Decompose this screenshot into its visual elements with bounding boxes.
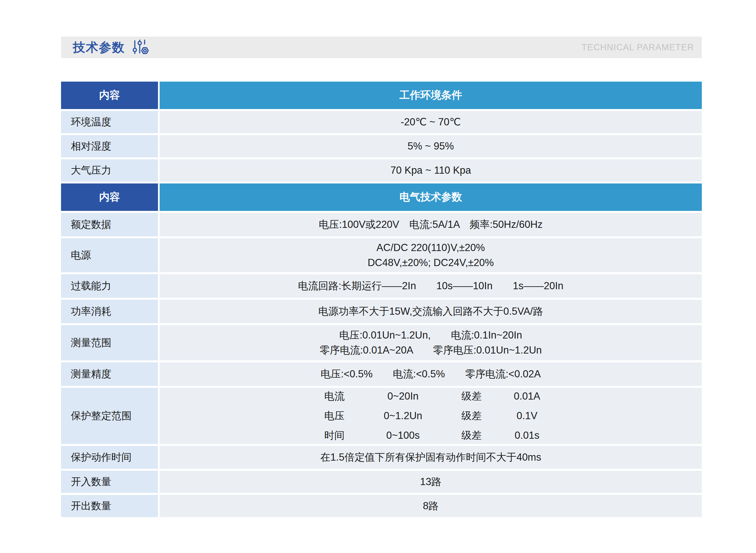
value-line: 零序电流:0.01A~20A 零序电压:0.01Un~1.2Un <box>320 343 542 358</box>
row-value: 电压:100V或220V 电流:5A/1A 频率:50Hz/60Hz <box>160 213 702 236</box>
row-value: 电流 0~20In 级差 0.01A 电压 0~1.2Un 级差 0.1V 时间… <box>160 388 702 444</box>
grid-cell: 0~100s <box>362 430 444 441</box>
value-line: 5% ~ 95% <box>407 139 454 154</box>
grid-cell: 0.1V <box>499 410 555 421</box>
row-label: 开出数量 <box>61 495 158 517</box>
grid-cell: 0~1.2Un <box>362 410 444 421</box>
table-row-measurement-range: 测量范围 电压:0.01Un~1.2Un, 电流:0.1In~20In 零序电流… <box>61 325 702 361</box>
value-line: 8路 <box>423 498 438 514</box>
table-row-digital-output-count: 开出数量 8路 <box>61 495 702 517</box>
row-value: -20℃ ~ 70℃ <box>160 111 702 133</box>
grid-cell: 0.01s <box>499 430 555 441</box>
row-label: 大气压力 <box>61 159 158 181</box>
row-label: 保护整定范围 <box>61 388 158 444</box>
table-row-measurement-accuracy: 测量精度 电压:<0.5% 电流:<0.5% 零序电流:<0.02A <box>61 362 702 386</box>
row-label: 保护动作时间 <box>61 446 158 469</box>
row-value: 70 Kpa ~ 110 Kpa <box>160 159 702 181</box>
value-line: -20℃ ~ 70℃ <box>401 114 460 130</box>
row-value: 电流回路:长期运行——2In 10s——10In 1s——20In <box>160 274 702 298</box>
table-row-power-consumption: 功率消耗 电源功率不大于15W,交流输入回路不大于0.5VA/路 <box>61 300 702 323</box>
technical-parameter-table: 内容 工作环境条件 环境温度 -20℃ ~ 70℃ 相对湿度 5% ~ 95% … <box>61 82 702 517</box>
grid-cell: 级差 <box>444 391 499 402</box>
row-label: 过载能力 <box>61 274 158 298</box>
row-label: 环境温度 <box>61 111 158 133</box>
section-header-bar: 技术参数 TECHNICAL PARAMETER <box>61 36 702 58</box>
header-content-cell: 内容 <box>61 183 158 211</box>
sliders-gear-icon <box>132 39 150 56</box>
grid-cell: 级差 <box>444 410 499 421</box>
row-value: 电源功率不大于15W,交流输入回路不大于0.5VA/路 <box>160 300 702 323</box>
grid-cell: 电流 <box>307 391 362 402</box>
row-value: 电压:0.01Un~1.2Un, 电流:0.1In~20In 零序电流:0.01… <box>160 325 702 361</box>
grid-cell: 级差 <box>444 430 499 441</box>
working-environment-header-row: 内容 工作环境条件 <box>61 82 702 109</box>
grid-cell: 0~20In <box>362 391 444 402</box>
table-row-protection-setting-range: 保护整定范围 电流 0~20In 级差 0.01A 电压 0~1.2Un 级差 … <box>61 388 702 444</box>
page-title-english: TECHNICAL PARAMETER <box>581 43 694 53</box>
value-line: 电压:100V或220V 电流:5A/1A 频率:50Hz/60Hz <box>319 217 543 232</box>
value-line: 13路 <box>420 474 441 490</box>
value-line: 70 Kpa ~ 110 Kpa <box>391 163 471 178</box>
header-electrical-parameter-cell: 电气技术参数 <box>160 183 702 211</box>
electrical-parameter-header-row: 内容 电气技术参数 <box>61 183 702 211</box>
row-value: AC/DC 220(110)V,±20% DC48V,±20%; DC24V,±… <box>160 238 702 272</box>
table-row-relative-humidity: 相对湿度 5% ~ 95% <box>61 135 702 157</box>
row-label: 测量精度 <box>61 362 158 386</box>
table-row-rated-data: 额定数据 电压:100V或220V 电流:5A/1A 频率:50Hz/60Hz <box>61 213 702 236</box>
table-row-atmospheric-pressure: 大气压力 70 Kpa ~ 110 Kpa <box>61 159 702 181</box>
row-label: 电源 <box>61 238 158 272</box>
grid-cell: 时间 <box>307 430 362 441</box>
grid-cell: 0.01A <box>499 391 555 402</box>
grid-cell: 电压 <box>307 410 362 421</box>
header-content-cell: 内容 <box>61 82 158 109</box>
row-label: 测量范围 <box>61 325 158 361</box>
table-row-power-supply: 电源 AC/DC 220(110)V,±20% DC48V,±20%; DC24… <box>61 238 702 272</box>
table-row-protection-action-time: 保护动作时间 在1.5倍定值下所有保护固有动作时间不大于40ms <box>61 446 702 469</box>
value-line: DC48V,±20%; DC24V,±20% <box>367 255 494 270</box>
row-label: 开入数量 <box>61 471 158 493</box>
value-line: 在1.5倍定值下所有保护固有动作时间不大于40ms <box>320 450 541 465</box>
row-value: 在1.5倍定值下所有保护固有动作时间不大于40ms <box>160 446 702 469</box>
row-value: 电压:<0.5% 电流:<0.5% 零序电流:<0.02A <box>160 362 702 386</box>
page-title: 技术参数 <box>73 39 125 56</box>
value-line: 电流回路:长期运行——2In 10s——10In 1s——20In <box>298 279 564 294</box>
header-working-environment-cell: 工作环境条件 <box>160 82 702 109</box>
table-row-overload-capability: 过载能力 电流回路:长期运行——2In 10s——10In 1s——20In <box>61 274 702 298</box>
row-value: 8路 <box>160 495 702 517</box>
row-label: 相对湿度 <box>61 135 158 157</box>
row-label: 额定数据 <box>61 213 158 236</box>
value-line: 电压:<0.5% 电流:<0.5% 零序电流:<0.02A <box>321 367 540 382</box>
setting-range-grid: 电流 0~20In 级差 0.01A 电压 0~1.2Un 级差 0.1V 时间… <box>307 391 555 441</box>
row-label: 功率消耗 <box>61 300 158 323</box>
value-line: 电压:0.01Un~1.2Un, 电流:0.1In~20In <box>339 328 522 343</box>
value-line: AC/DC 220(110)V,±20% <box>376 240 485 256</box>
row-value: 13路 <box>160 471 702 493</box>
table-row-ambient-temperature: 环境温度 -20℃ ~ 70℃ <box>61 111 702 133</box>
value-line: 电源功率不大于15W,交流输入回路不大于0.5VA/路 <box>318 304 543 319</box>
row-value: 5% ~ 95% <box>160 135 702 157</box>
table-row-digital-input-count: 开入数量 13路 <box>61 471 702 493</box>
